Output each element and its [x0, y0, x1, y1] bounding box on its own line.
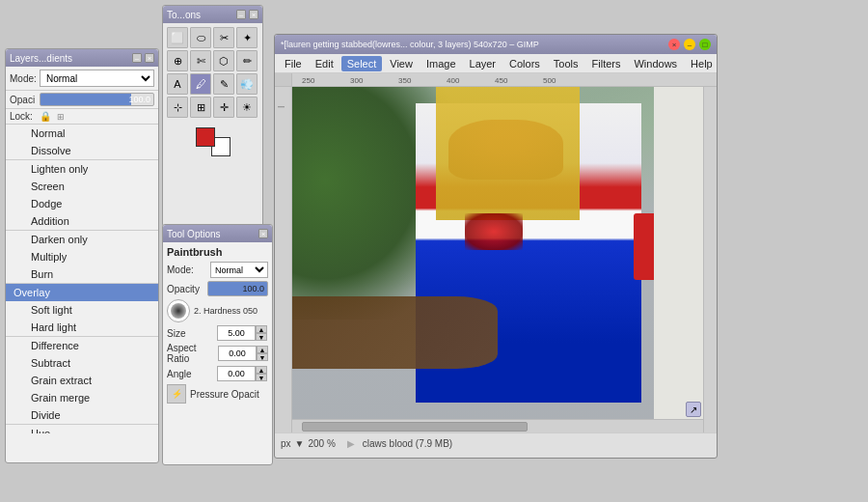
tool-paths[interactable]: ✏	[236, 50, 258, 71]
gimp-close-btn[interactable]: ×	[668, 39, 680, 50]
blend-mode-dodge[interactable]: Dodge	[6, 195, 158, 212]
tool-options-panel: Tool Options × Paintbrush Mode: Normal O…	[162, 224, 273, 465]
menu-image[interactable]: Image	[420, 56, 462, 71]
layers-lock-row: Lock: 🔒 ⊞	[6, 109, 158, 125]
menu-tools[interactable]: Tools	[548, 56, 584, 71]
aspect-up-btn[interactable]: ▲	[257, 346, 268, 353]
layers-title: Layers...dients	[10, 53, 72, 64]
blend-mode-overlay[interactable]: Overlay	[6, 283, 158, 301]
layers-titlebar: Layers...dients – ×	[6, 49, 158, 67]
tool-fuzzy-select[interactable]: ✦	[236, 27, 258, 48]
tool-heal[interactable]: ✛	[213, 97, 234, 118]
size-up-btn[interactable]: ▲	[256, 325, 267, 333]
opacity-value: 100.0	[128, 95, 150, 104]
tool-name: Paintbrush	[167, 246, 268, 258]
aspect-row: Aspect Ratio ▲ ▼	[167, 343, 268, 364]
menu-edit[interactable]: Edit	[310, 56, 339, 71]
blend-mode-subtract[interactable]: Subtract	[6, 354, 158, 372]
gimp-min-btn[interactable]: –	[684, 39, 695, 50]
foreground-color-swatch[interactable]	[196, 127, 215, 147]
tool-scissors-select[interactable]: ✄	[190, 50, 211, 71]
menu-help[interactable]: Help	[685, 56, 719, 71]
blend-mode-multiply[interactable]: Multiply	[6, 248, 158, 265]
blend-mode-soft-light[interactable]: Soft light	[6, 301, 158, 319]
hscroll-thumb[interactable]	[302, 422, 528, 432]
status-zoom: px ▼ 200 %	[281, 438, 339, 449]
layers-titlebar-buttons: – ×	[132, 53, 154, 63]
blend-mode-screen[interactable]: Screen	[6, 178, 158, 195]
menu-filters[interactable]: Filters	[586, 56, 627, 71]
lock-icon[interactable]: 🔒	[40, 111, 51, 122]
blonde-hair	[436, 87, 580, 220]
angle-down-btn[interactable]: ▼	[256, 374, 267, 381]
menu-colors[interactable]: Colors	[503, 56, 546, 71]
tool-ellipse-select[interactable]: ⬭	[190, 27, 211, 48]
tool-paintbrush[interactable]: 🖊	[190, 73, 211, 95]
horizontal-ruler: 250 300 350 400 450 500	[275, 73, 717, 87]
tool-rect-select[interactable]: ⬜	[167, 27, 188, 48]
tool-airbrush[interactable]: 💨	[236, 73, 258, 95]
blend-mode-darken-only[interactable]: Darken only	[6, 230, 158, 248]
size-input[interactable]	[217, 325, 256, 341]
menu-file[interactable]: File	[279, 56, 308, 71]
blend-mode-hue[interactable]: Hue	[6, 424, 158, 433]
menu-windows[interactable]: Windows	[628, 56, 683, 71]
aspect-down-btn[interactable]: ▼	[257, 353, 268, 361]
layers-minus-btn[interactable]: –	[132, 53, 142, 63]
angle-stepper: ▲ ▼	[256, 366, 267, 381]
blend-mode-hard-light[interactable]: Hard light	[6, 319, 158, 336]
tool-clone[interactable]: ⊞	[190, 97, 211, 118]
opacity-slider[interactable]: 100.0	[40, 93, 154, 106]
zoom-arrow: ▼	[295, 438, 305, 449]
blend-mode-normal[interactable]: Normal	[6, 125, 158, 142]
blend-mode-grain-extract[interactable]: Grain extract	[6, 372, 158, 389]
tool-by-color-select[interactable]: ⊕	[167, 50, 188, 71]
tool-foreground-select[interactable]: ⬡	[213, 50, 234, 71]
tool-free-select[interactable]: ✂	[213, 27, 234, 48]
opacity-slider-bar[interactable]: 100.0	[207, 281, 268, 296]
lock-alpha-icon[interactable]: ⊞	[57, 112, 65, 122]
canvas-nav-btn[interactable]: ↗	[686, 402, 701, 417]
aspect-input[interactable]	[218, 346, 257, 361]
mode-option-select[interactable]: Normal	[210, 262, 268, 278]
blend-mode-grain-merge[interactable]: Grain merge	[6, 389, 158, 406]
blend-mode-divide[interactable]: Divide	[6, 406, 158, 424]
brush-preview[interactable]	[167, 299, 190, 322]
angle-input[interactable]	[217, 366, 256, 381]
gimp-max-btn[interactable]: □	[699, 39, 711, 50]
size-stepper: ▲ ▼	[256, 325, 267, 341]
dynamics-row: ⚡ Pressure Opacit	[167, 384, 268, 404]
mode-label: Mode:	[10, 73, 37, 84]
blend-mode-burn[interactable]: Burn	[6, 265, 158, 283]
blend-mode-dissolve[interactable]: Dissolve	[6, 142, 158, 159]
toolbox-titlebar: To...ons – ×	[163, 6, 262, 23]
menu-layer[interactable]: Layer	[464, 56, 502, 71]
vertical-scrollbar[interactable]	[703, 87, 717, 432]
blend-mode-addition[interactable]: Addition	[6, 212, 158, 230]
dynamics-icon[interactable]: ⚡	[167, 384, 186, 404]
layers-close-btn[interactable]: ×	[145, 53, 154, 63]
gimp-canvas[interactable]: ↗	[292, 87, 703, 419]
blend-mode-lighten-only[interactable]: Lighten only	[6, 159, 158, 178]
status-info: claws blood (7.9 MB)	[363, 438, 711, 449]
brush-inner	[171, 303, 186, 319]
blend-mode-difference[interactable]: Difference	[6, 336, 158, 354]
toolbox-minus-btn[interactable]: –	[236, 10, 246, 19]
size-row: Size ▲ ▼	[167, 325, 268, 341]
tool-ink[interactable]: ⊹	[167, 97, 188, 118]
horizontal-scrollbar[interactable]	[292, 419, 703, 432]
menu-view[interactable]: View	[384, 56, 419, 71]
tool-dodge-burn[interactable]: ☀	[236, 97, 258, 118]
layers-mode-row: Mode: Normal	[6, 67, 158, 91]
opacity-option-label: Opacity	[167, 284, 207, 294]
menu-select[interactable]: Select	[341, 56, 383, 71]
tool-pencil[interactable]: ✎	[213, 73, 234, 95]
toolbox-close-btn[interactable]: ×	[249, 10, 258, 19]
angle-up-btn[interactable]: ▲	[256, 366, 267, 374]
layers-mode-select[interactable]: Normal	[40, 70, 154, 87]
blood-effect	[465, 213, 523, 250]
tool-text[interactable]: A	[167, 73, 188, 95]
tool-options-close-btn[interactable]: ×	[258, 229, 268, 238]
size-down-btn[interactable]: ▼	[256, 333, 267, 341]
toolbox-title: To...ons	[167, 10, 201, 20]
